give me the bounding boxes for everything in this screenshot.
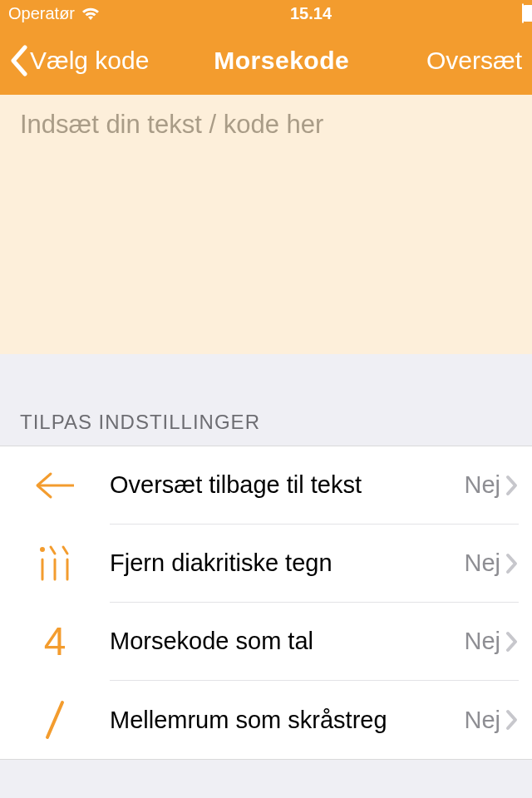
chevron-right-icon: [505, 553, 519, 574]
number-four-icon: 4: [0, 622, 110, 662]
svg-line-7: [47, 702, 62, 737]
svg-line-3: [63, 547, 67, 554]
svg-line-2: [51, 547, 55, 554]
setting-label: Mellemrum som skråstreg: [110, 707, 464, 734]
settings-list: Oversæt tilbage til tekst Nej: [0, 446, 532, 760]
page-title: Morsekode: [214, 47, 349, 75]
setting-value: Nej: [464, 471, 500, 499]
diacritics-icon: [0, 544, 110, 583]
back-button[interactable]: Vælg kode: [10, 45, 149, 76]
translate-button[interactable]: Oversæt: [414, 47, 522, 75]
chevron-left-icon: [10, 45, 30, 76]
input-placeholder: Indsæt din tekst / kode her: [20, 110, 512, 140]
arrow-back-icon: [0, 469, 110, 502]
section-gap: TILPAS INDSTILLINGER: [0, 354, 532, 446]
setting-row-remove-diacritics[interactable]: Fjern diakritiske tegn Nej: [0, 525, 532, 603]
setting-label: Fjern diakritiske tegn: [110, 549, 464, 577]
status-bar: Operatør 15.14: [0, 0, 532, 27]
setting-row-space-as-slash[interactable]: Mellemrum som skråstreg Nej: [0, 681, 532, 759]
battery-icon: [522, 4, 524, 23]
footer-area: [0, 760, 532, 798]
setting-label: Morsekode som tal: [110, 628, 464, 655]
chevron-right-icon: [505, 475, 519, 496]
status-right: [522, 4, 524, 23]
wifi-icon: [81, 7, 100, 20]
chevron-right-icon: [505, 631, 519, 653]
status-left: Operatør: [8, 4, 100, 23]
setting-value: Nej: [464, 549, 500, 577]
setting-row-translate-back[interactable]: Oversæt tilbage til tekst Nej: [0, 446, 532, 525]
chevron-right-icon: [505, 709, 519, 731]
time-label: 15.14: [290, 4, 332, 23]
svg-point-1: [40, 547, 45, 552]
setting-row-morse-as-number[interactable]: 4 Morsekode som tal Nej: [0, 603, 532, 681]
slash-icon: [0, 699, 110, 741]
text-input-area[interactable]: Indsæt din tekst / kode her: [0, 95, 532, 354]
carrier-label: Operatør: [8, 4, 75, 23]
nav-bar: Vælg kode Morsekode Oversæt: [0, 27, 532, 95]
setting-value: Nej: [464, 707, 500, 734]
section-header: TILPAS INDSTILLINGER: [0, 411, 280, 446]
setting-label: Oversæt tilbage til tekst: [110, 471, 464, 499]
setting-value: Nej: [464, 628, 500, 655]
back-label: Vælg kode: [30, 47, 149, 75]
